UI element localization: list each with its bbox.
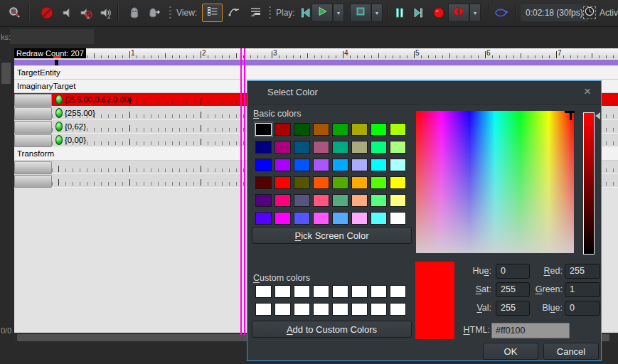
- play-section-button[interactable]: [448, 4, 469, 22]
- basic-color-swatch[interactable]: [294, 159, 310, 171]
- speaker-mute-icon[interactable]: A: [79, 6, 93, 20]
- loop-icon[interactable]: [494, 6, 508, 21]
- basic-color-swatch[interactable]: [294, 212, 310, 225]
- cancel-button[interactable]: Cancel: [543, 343, 599, 360]
- timeline-ruler[interactable]: Redraw Count: 207 1234567: [14, 48, 618, 58]
- basic-color-swatch[interactable]: [390, 176, 406, 189]
- basic-color-swatch[interactable]: [275, 141, 291, 154]
- custom-color-swatch[interactable]: [275, 285, 291, 298]
- pause-icon[interactable]: [393, 6, 407, 21]
- add-to-custom-colors-button[interactable]: Add to Custom Colors: [252, 321, 412, 338]
- custom-color-swatch[interactable]: [351, 285, 368, 298]
- basic-color-swatch[interactable]: [371, 141, 387, 154]
- basic-color-swatch[interactable]: [390, 123, 406, 136]
- html-field[interactable]: #ff0100: [491, 323, 570, 338]
- hue-saturation-picker[interactable]: [416, 111, 574, 253]
- custom-color-swatch[interactable]: [255, 303, 272, 316]
- basic-color-swatch[interactable]: [255, 176, 272, 189]
- custom-color-swatch[interactable]: [332, 303, 348, 316]
- track-cell-button[interactable]: [14, 134, 52, 147]
- record-icon[interactable]: [432, 6, 446, 20]
- custom-color-swatch[interactable]: [351, 303, 368, 316]
- keyframe-bar[interactable]: [14, 60, 618, 65]
- basic-color-swatch[interactable]: [332, 176, 348, 189]
- basic-color-swatch[interactable]: [255, 141, 272, 154]
- basic-color-swatch[interactable]: [390, 194, 406, 207]
- basic-color-swatch[interactable]: [294, 176, 310, 189]
- basic-color-swatch[interactable]: [351, 141, 368, 154]
- basic-color-swatch[interactable]: [313, 123, 329, 136]
- speaker-icon[interactable]: [60, 6, 75, 20]
- stop-button[interactable]: [350, 4, 371, 22]
- track-cell-button[interactable]: [14, 94, 52, 107]
- basic-color-swatch[interactable]: [390, 141, 406, 154]
- basic-color-swatch[interactable]: [332, 212, 348, 225]
- basic-color-swatch[interactable]: [351, 176, 368, 189]
- basic-color-swatch[interactable]: [255, 123, 272, 136]
- basic-color-swatch[interactable]: [390, 212, 406, 225]
- basic-color-swatch[interactable]: [351, 194, 368, 207]
- custom-color-swatch[interactable]: [255, 285, 272, 298]
- play-dropdown-button[interactable]: ▾: [333, 4, 344, 22]
- basic-color-swatch[interactable]: [371, 212, 387, 225]
- vertical-scrollbar-thumb[interactable]: [1, 63, 11, 84]
- custom-color-swatch[interactable]: [294, 303, 310, 316]
- basic-color-swatch[interactable]: [371, 159, 387, 171]
- track-cell-button[interactable]: [14, 161, 52, 174]
- custom-color-swatch[interactable]: [390, 303, 406, 316]
- mute-all-icon[interactable]: [40, 6, 54, 20]
- speaker-check-icon[interactable]: A: [99, 6, 113, 20]
- track-cell-button[interactable]: [14, 107, 52, 120]
- custom-color-swatch[interactable]: [313, 285, 329, 298]
- basic-color-swatch[interactable]: [351, 212, 368, 225]
- basic-color-swatch[interactable]: [313, 159, 329, 171]
- basic-color-swatch[interactable]: [390, 159, 406, 171]
- value-slider[interactable]: [583, 112, 595, 255]
- stop-dropdown-button[interactable]: ▾: [371, 4, 383, 22]
- basic-color-swatch[interactable]: [351, 123, 368, 136]
- track-cell-button[interactable]: [14, 121, 52, 134]
- play-section-dropdown-button[interactable]: ▾: [469, 4, 481, 22]
- keyframe-icon[interactable]: [55, 108, 63, 118]
- play-button[interactable]: [311, 4, 333, 22]
- basic-color-swatch[interactable]: [332, 159, 348, 171]
- ok-button[interactable]: OK: [483, 343, 538, 360]
- basic-color-swatch[interactable]: [255, 159, 272, 171]
- basic-color-swatch[interactable]: [255, 194, 272, 207]
- list-view-button[interactable]: [202, 4, 223, 22]
- basic-color-swatch[interactable]: [255, 212, 272, 225]
- custom-color-swatch[interactable]: [371, 285, 387, 298]
- value-slider-arrow-icon[interactable]: [595, 112, 600, 119]
- basic-color-swatch[interactable]: [275, 123, 291, 136]
- curve-view-button[interactable]: [225, 4, 244, 22]
- custom-color-swatch[interactable]: [332, 285, 348, 298]
- basic-color-swatch[interactable]: [294, 141, 310, 154]
- basic-color-swatch[interactable]: [371, 194, 387, 207]
- custom-color-swatch[interactable]: [275, 303, 291, 316]
- red-field[interactable]: 255: [565, 264, 600, 279]
- custom-color-swatch[interactable]: [371, 303, 387, 316]
- custom-color-swatch[interactable]: [313, 303, 329, 316]
- zoom-tool-icon[interactable]: [8, 6, 22, 20]
- basic-color-swatch[interactable]: [275, 194, 291, 207]
- basic-color-swatch[interactable]: [351, 159, 368, 171]
- basic-color-swatch[interactable]: [313, 194, 329, 207]
- toolbar-grip[interactable]: [269, 6, 271, 20]
- basic-color-swatch[interactable]: [294, 123, 310, 136]
- keyframe-icon[interactable]: [55, 122, 63, 132]
- blue-field[interactable]: 0: [565, 301, 600, 316]
- green-field[interactable]: 1: [565, 282, 600, 297]
- custom-color-swatch[interactable]: [294, 285, 310, 298]
- track-cell-button[interactable]: [14, 175, 52, 188]
- basic-color-swatch[interactable]: [275, 212, 291, 225]
- basic-color-swatch[interactable]: [313, 212, 329, 225]
- custom-color-swatch[interactable]: [390, 285, 406, 298]
- basic-color-swatch[interactable]: [371, 123, 387, 136]
- playhead[interactable]: [240, 48, 245, 335]
- pick-screen-color-button[interactable]: Pick Screen Color: [252, 227, 412, 244]
- basic-color-swatch[interactable]: [313, 176, 329, 189]
- keyframe-icon[interactable]: [55, 95, 63, 105]
- onion-skin-icon[interactable]: [127, 6, 142, 20]
- basic-color-swatch[interactable]: [313, 141, 329, 154]
- basic-color-swatch[interactable]: [332, 194, 348, 207]
